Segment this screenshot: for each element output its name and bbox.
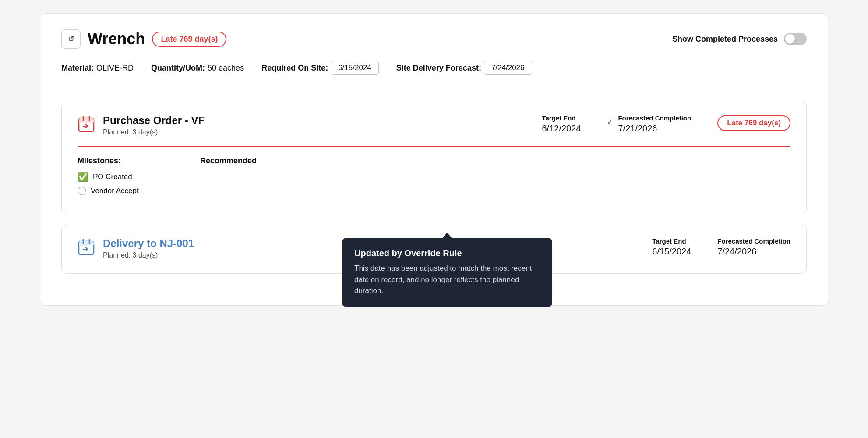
- po-forecasted-date-block: Forecasted Completion 7/21/2026: [618, 114, 691, 134]
- svg-rect-5: [79, 241, 94, 246]
- delivery-title-section: Delivery to NJ-001 Planned: 3 day(s): [78, 237, 194, 259]
- po-forecasted-label: Forecasted Completion: [618, 114, 691, 122]
- required-on-site-item: Required On Site: 6/15/2024: [261, 61, 379, 75]
- delivery-dates: Target End 6/15/2024 Forecasted Completi…: [652, 237, 790, 257]
- quantity-item: Quantity/UoM: 50 eaches: [151, 64, 244, 73]
- po-title: Purchase Order - VF: [103, 114, 205, 127]
- milestone-check-icon: ✅: [78, 172, 88, 182]
- quantity-label: Quantity/UoM:: [151, 64, 205, 73]
- delivery-forecasted-label: Forecasted Completion: [717, 237, 790, 245]
- milestones-section: Milestones: ✅ PO Created Vendor Accept: [78, 156, 174, 200]
- delivery-label: Site Delivery Forecast:: [396, 64, 481, 73]
- show-completed-label: Show Completed Processes: [672, 35, 778, 44]
- material-label: Material:: [61, 64, 94, 73]
- po-forecasted-block: ✓ Forecasted Completion 7/21/2026: [607, 114, 691, 134]
- delivery-forecasted-block: Forecasted Completion 7/24/2026: [717, 237, 790, 257]
- material-item: Material: OLIVE-RD: [61, 64, 134, 73]
- po-dates: Target End 6/12/2024 ✓ Forecasted Comple…: [542, 114, 790, 134]
- required-label: Required On Site:: [261, 64, 328, 73]
- po-card-header: Purchase Order - VF Planned: 3 day(s) Ta…: [78, 114, 790, 136]
- material-value: OLIVE-RD: [96, 64, 134, 73]
- header-row: ↺ Wrench Late 769 day(s) Show Completed …: [61, 29, 807, 49]
- po-title-text: Purchase Order - VF Planned: 3 day(s): [103, 114, 205, 136]
- delivery-title-text: Delivery to NJ-001 Planned: 3 day(s): [103, 237, 194, 259]
- po-title-section: Purchase Order - VF Planned: 3 day(s): [78, 114, 205, 136]
- po-target-end-value: 6/12/2024: [542, 124, 581, 134]
- header-late-badge: Late 769 day(s): [152, 32, 226, 47]
- delivery-forecasted-value: 7/24/2026: [717, 247, 790, 257]
- required-date: 6/15/2024: [331, 61, 379, 75]
- milestone-vendor-accept-label: Vendor Accept: [91, 187, 139, 195]
- delivery-date: 7/24/2026: [484, 61, 532, 75]
- delivery-target-end-value: 6/15/2024: [652, 247, 691, 257]
- tooltip-body: This date has been adjusted to match the…: [354, 263, 540, 297]
- site-delivery-item: Site Delivery Forecast: 7/24/2026: [396, 61, 532, 75]
- recommended-label: Recommended: [200, 156, 257, 165]
- po-card-lower: Milestones: ✅ PO Created Vendor Accept R…: [78, 156, 790, 200]
- po-target-end-label: Target End: [542, 114, 581, 122]
- delivery-target-end-block: Target End 6/15/2024: [652, 237, 691, 257]
- delivery-target-end-label: Target End: [652, 237, 691, 245]
- po-target-end-block: Target End 6/12/2024: [542, 114, 581, 134]
- po-planned: Planned: 3 day(s): [103, 128, 205, 136]
- milestone-po-created: ✅ PO Created: [78, 172, 174, 182]
- po-icon: [78, 115, 95, 133]
- main-divider: [61, 89, 807, 89]
- delivery-planned: Planned: 3 day(s): [103, 251, 194, 259]
- recommended-section: Recommended: [200, 156, 257, 166]
- tooltip-title: Updated by Override Rule: [354, 248, 540, 258]
- milestone-po-created-label: PO Created: [93, 173, 132, 181]
- po-late-badge: Late 769 day(s): [717, 115, 790, 131]
- milestone-vendor-accept: Vendor Accept: [78, 187, 174, 195]
- purchase-order-card: Purchase Order - VF Planned: 3 day(s) Ta…: [61, 102, 807, 214]
- po-forecasted-value: 7/21/2026: [618, 124, 691, 134]
- show-completed-toggle[interactable]: [784, 33, 807, 45]
- page-title: Wrench: [88, 30, 145, 48]
- page-container: ↺ Wrench Late 769 day(s) Show Completed …: [40, 13, 828, 306]
- delivery-icon: [78, 238, 95, 256]
- quantity-value: 50 eaches: [208, 64, 244, 73]
- override-rule-tooltip: Updated by Override Rule This date has b…: [342, 238, 552, 307]
- svg-rect-1: [79, 118, 94, 123]
- delivery-title: Delivery to NJ-001: [103, 237, 194, 250]
- meta-row: Material: OLIVE-RD Quantity/UoM: 50 each…: [61, 61, 807, 75]
- milestone-pending-icon: [78, 187, 86, 195]
- header-right: Show Completed Processes: [672, 33, 807, 45]
- forecasted-check-icon[interactable]: ✓: [607, 117, 614, 127]
- back-icon: ↺: [68, 34, 74, 44]
- header-left: ↺ Wrench Late 769 day(s): [61, 29, 226, 49]
- milestones-title: Milestones:: [78, 156, 174, 166]
- tooltip-arrow: [442, 233, 452, 239]
- po-card-divider: [78, 146, 790, 147]
- back-button[interactable]: ↺: [61, 29, 81, 49]
